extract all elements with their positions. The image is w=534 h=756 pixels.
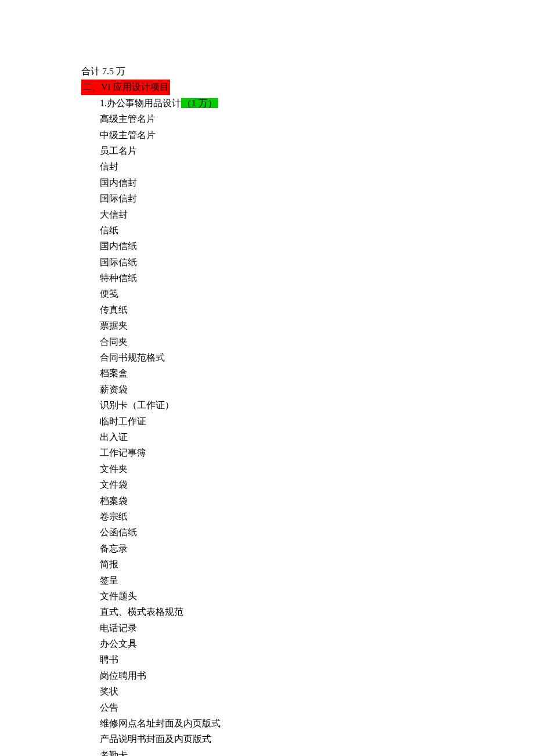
list-item: 档案盒 — [100, 366, 534, 381]
list-item: 电话记录 — [100, 621, 534, 636]
list-item: 出入证 — [100, 430, 534, 445]
list-item: 卷宗纸 — [100, 509, 534, 524]
list-item: 备忘录 — [100, 541, 534, 556]
list-item: 工作记事簿 — [100, 445, 534, 460]
list-item: 奖状 — [100, 684, 534, 699]
subsection-title: 1.办公事物用品设计 — [100, 98, 181, 108]
list-item: 考勤卡 — [100, 748, 534, 756]
list-item: 国内信封 — [100, 175, 534, 190]
subsection-price: （1 万） — [181, 98, 218, 108]
list-item: 薪资袋 — [100, 382, 534, 397]
list-item: 临时工作证 — [100, 414, 534, 429]
list-item: 票据夹 — [100, 318, 534, 333]
list-item: 文件袋 — [100, 477, 534, 492]
list-item: 文件题头 — [100, 589, 534, 604]
list-item: 国际信封 — [100, 191, 534, 206]
list-item: 文件夹 — [100, 462, 534, 477]
list-item: 特种信纸 — [100, 271, 534, 286]
list-item: 员工名片 — [100, 143, 534, 159]
list-item: 简报 — [100, 557, 534, 572]
list-item: 公函信纸 — [100, 525, 534, 540]
list-item: 档案袋 — [100, 494, 534, 509]
list-item: 直式、横式表格规范 — [100, 604, 534, 620]
total-line: 合计 7.5 万 — [81, 64, 534, 79]
list-item: 聘书 — [100, 652, 534, 667]
list-item: 大信封 — [100, 207, 534, 222]
total-text: 合计 7.5 万 — [81, 66, 125, 76]
list-item: 签呈 — [100, 573, 534, 588]
list-item: 传真纸 — [100, 303, 534, 318]
list-item: 中级主管名片 — [100, 128, 534, 143]
list-item: 识别卡（工作证） — [100, 398, 534, 413]
list-item: 办公文具 — [100, 636, 534, 651]
list-item: 便笺 — [100, 286, 534, 301]
list-item: 产品说明书封面及内页版式 — [100, 732, 534, 747]
items-list: 高级主管名片中级主管名片员工名片信封国内信封国际信封大信封信纸国内信纸国际信纸特… — [81, 111, 534, 756]
list-item: 公告 — [100, 700, 534, 715]
list-item: 信纸 — [100, 223, 534, 238]
list-item: 合同夹 — [100, 334, 534, 350]
subsection-line: 1.办公事物用品设计（1 万） — [100, 96, 534, 111]
list-item: 合同书规范格式 — [100, 350, 534, 365]
list-item: 国际信纸 — [100, 255, 534, 270]
list-item: 国内信纸 — [100, 239, 534, 254]
section-header-line: 二、VI 应用设计项目 — [81, 80, 534, 95]
section-title: 二、VI 应用设计项目 — [81, 80, 170, 95]
list-item: 岗位聘用书 — [100, 668, 534, 683]
list-item: 维修网点名址封面及内页版式 — [100, 716, 534, 731]
list-item: 信封 — [100, 159, 534, 174]
list-item: 高级主管名片 — [100, 111, 534, 127]
